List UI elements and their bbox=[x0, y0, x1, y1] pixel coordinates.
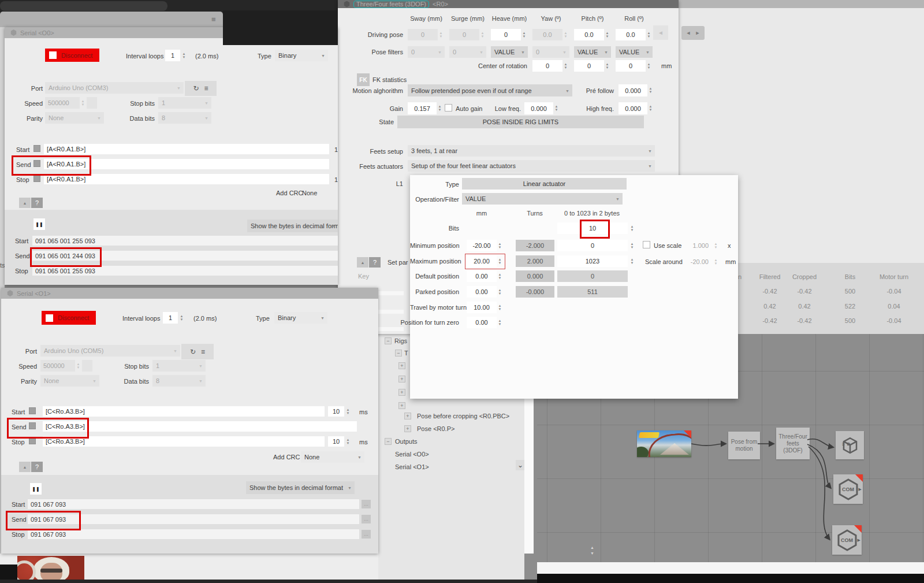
node-three-four-feets[interactable]: Three/Four feets (3DOF) bbox=[776, 428, 810, 459]
motion-source-thumbnail[interactable] bbox=[637, 430, 691, 457]
graph-scroll-down[interactable]: ▼ bbox=[590, 551, 594, 555]
o1-speed-input[interactable]: 500000 bbox=[40, 360, 75, 372]
node-3d-view[interactable]: 3D bbox=[836, 431, 864, 459]
driving-pitch-input[interactable]: 0.0 bbox=[574, 29, 604, 40]
o1-stop-bits-dropdown[interactable]: 1 bbox=[152, 360, 206, 372]
popup-min-mm-input[interactable]: -20.00 bbox=[467, 240, 497, 251]
o1-disconnect-checkbox[interactable] bbox=[46, 314, 53, 322]
motion-algorithm-dropdown[interactable]: Follow pretended pose even if out of ran… bbox=[408, 84, 572, 96]
o1-parity-dropdown[interactable]: None bbox=[40, 375, 99, 387]
filter-sway-dropdown[interactable]: 0 bbox=[408, 46, 445, 58]
menu-icon[interactable]: ≡ bbox=[211, 15, 216, 24]
driving-surge-input[interactable]: 0 bbox=[449, 29, 479, 40]
o1-port-dropdown[interactable]: Arduino Uno (COM5) bbox=[40, 345, 180, 357]
use-scale-value[interactable]: 1.000 bbox=[685, 242, 709, 249]
o0-start-input[interactable]: [A<R0.A1.B>] bbox=[44, 144, 329, 154]
spinner[interactable] bbox=[345, 436, 351, 447]
scale-around-value[interactable]: -20.00 bbox=[685, 258, 709, 265]
driving-heave-input[interactable]: 0 bbox=[491, 29, 521, 40]
feets-actuators-dropdown[interactable]: Setup of the four feet linear actuators bbox=[408, 160, 655, 172]
popup-max-bits-input[interactable]: 1023 bbox=[557, 255, 628, 267]
filter-surge-dropdown[interactable]: 0 bbox=[449, 46, 486, 58]
tree-item-serial-o1[interactable]: Serial <O1> bbox=[395, 463, 429, 470]
o0-pause-button[interactable]: ❚❚ bbox=[33, 218, 45, 230]
o0-data-bits-dropdown[interactable]: 8 bbox=[158, 112, 211, 124]
spinner[interactable] bbox=[438, 29, 444, 40]
o0-start-checkbox[interactable] bbox=[33, 145, 40, 152]
node-pose-from-motion[interactable]: Pose from motion bbox=[728, 432, 760, 459]
o0-interval-loops-input[interactable]: 1 bbox=[165, 50, 180, 61]
rig-window-titlebar[interactable]: Three/Four feets (3DOF) <R0> bbox=[338, 0, 679, 8]
o1-bytes-format-dropdown[interactable]: Show the bytes in decimal format bbox=[246, 481, 355, 494]
spinner[interactable] bbox=[713, 256, 719, 268]
o1-help-button[interactable]: ? bbox=[31, 462, 43, 472]
spinner[interactable] bbox=[629, 222, 635, 234]
gain-input[interactable]: 0.157 bbox=[408, 102, 437, 114]
o0-stop-bits-dropdown[interactable]: 1 bbox=[158, 97, 211, 109]
o1-add-crc-dropdown[interactable]: None bbox=[301, 451, 364, 463]
spinner[interactable] bbox=[521, 29, 527, 40]
o1-stop-checkbox[interactable] bbox=[29, 437, 36, 444]
fk-statistics-icon[interactable]: FK bbox=[357, 73, 370, 86]
spinner[interactable] bbox=[497, 286, 503, 298]
spinner[interactable] bbox=[646, 60, 652, 72]
tree-toggle[interactable]: − bbox=[385, 337, 392, 344]
nav-forward-icon[interactable]: ► bbox=[695, 30, 701, 36]
o0-stop-input[interactable]: [A<R0.A1.B>] bbox=[44, 174, 329, 184]
driving-sway-input[interactable]: 0 bbox=[408, 29, 438, 40]
o1-stop-input[interactable]: [C<Ro.A3.B>] bbox=[43, 436, 325, 447]
o0-bytes-format-dropdown[interactable]: Show the bytes in decimal format bbox=[247, 220, 338, 232]
tree-item-outputs[interactable]: Outputs bbox=[395, 438, 418, 445]
spinner[interactable] bbox=[437, 102, 443, 114]
tree-item-pose-before-cropping[interactable]: Pose before cropping <R0.PBC> bbox=[417, 413, 509, 419]
spinner[interactable] bbox=[75, 360, 81, 372]
tree-toggle[interactable]: + bbox=[398, 376, 405, 383]
popup-parked-mm-input[interactable]: 0.00 bbox=[467, 286, 497, 298]
graph-scroll-up[interactable]: ▲ bbox=[590, 545, 594, 549]
o1-bytes-start-more[interactable]: … bbox=[362, 500, 371, 508]
popup-max-mm-input[interactable]: 20.00 bbox=[467, 255, 497, 267]
spinner[interactable] bbox=[497, 255, 503, 267]
help-button[interactable]: ? bbox=[369, 257, 381, 268]
list-icon[interactable]: ≡ bbox=[201, 348, 205, 356]
spinner[interactable] bbox=[647, 84, 654, 96]
pre-follow-input[interactable]: 0.000 bbox=[619, 84, 647, 96]
tree-item-pose[interactable]: Pose <R0.P> bbox=[417, 425, 454, 432]
spinner[interactable] bbox=[713, 240, 719, 251]
filter-pitch-dropdown[interactable]: VALUE bbox=[574, 46, 611, 58]
popup-bits-input[interactable]: 10 bbox=[557, 222, 628, 234]
tree-toggle[interactable]: + bbox=[398, 402, 405, 409]
spinner[interactable] bbox=[178, 312, 185, 324]
o1-send-checkbox[interactable] bbox=[29, 422, 36, 429]
high-freq-input[interactable]: 0.000 bbox=[619, 102, 647, 114]
spinner[interactable] bbox=[497, 317, 503, 328]
tree-toggle[interactable]: + bbox=[404, 425, 411, 432]
spinner[interactable] bbox=[604, 60, 610, 72]
list-icon[interactable]: ≡ bbox=[204, 84, 208, 92]
spinner[interactable] bbox=[479, 29, 486, 40]
tree-toggle[interactable]: + bbox=[398, 362, 405, 369]
tree-scroll-down-button[interactable]: ⌄ bbox=[516, 460, 525, 470]
center-roll-input[interactable]: 0 bbox=[616, 60, 646, 72]
o1-stop-interval-input[interactable]: 10 bbox=[328, 436, 344, 447]
auto-gain-checkbox[interactable] bbox=[445, 104, 452, 112]
spinner[interactable] bbox=[345, 406, 351, 417]
spinner[interactable] bbox=[647, 102, 654, 114]
popup-default-mm-input[interactable]: 0.00 bbox=[467, 270, 497, 282]
o1-bytes-stop-more[interactable]: … bbox=[362, 530, 371, 539]
o0-collapse-section-button[interactable]: ▲ bbox=[19, 198, 31, 208]
o0-speed-input[interactable]: 500000 bbox=[45, 97, 80, 109]
spinner[interactable] bbox=[646, 29, 652, 40]
o0-disconnect-checkbox[interactable] bbox=[49, 51, 57, 59]
tree-toggle[interactable]: + bbox=[398, 389, 405, 396]
spinner[interactable] bbox=[553, 102, 560, 114]
o1-start-checkbox[interactable] bbox=[29, 407, 36, 414]
tree-toggle[interactable]: − bbox=[385, 438, 392, 445]
o0-send-input[interactable]: [A<R0.A1.B>] bbox=[44, 159, 329, 169]
popup-travel-input[interactable]: 10.00 bbox=[467, 302, 497, 313]
o1-bytes-send-more[interactable]: … bbox=[362, 515, 371, 523]
o1-collapse-section-button[interactable]: ▲ bbox=[19, 462, 31, 472]
filter-roll-dropdown[interactable]: VALUE bbox=[616, 46, 653, 58]
driving-yaw-input[interactable]: 0.0 bbox=[532, 29, 562, 40]
tree-toggle[interactable]: − bbox=[395, 350, 402, 357]
